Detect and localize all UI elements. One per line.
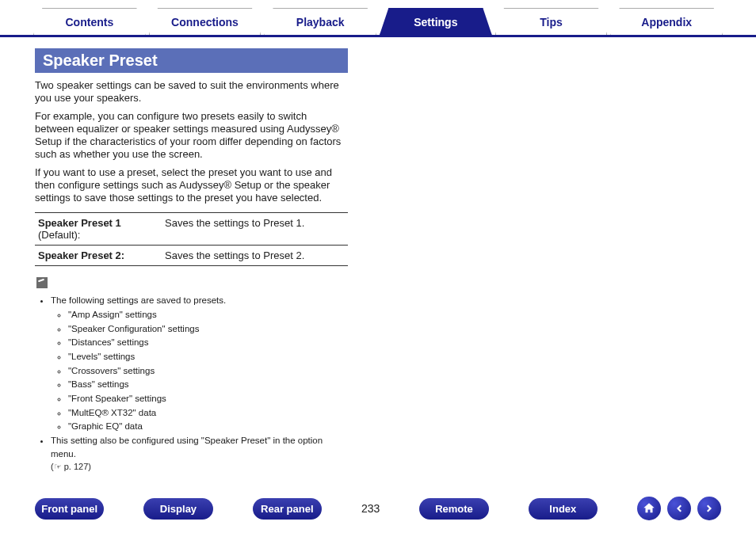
page-number: 233	[361, 502, 380, 515]
preset-table: Speaker Preset 1 (Default): Saves the se…	[35, 212, 348, 266]
body-paragraph: If you want to use a preset, select the …	[35, 166, 348, 205]
list-item: This setting also be configured using "S…	[51, 434, 348, 474]
list-item: "Crossovers" settings	[68, 364, 348, 378]
notes-list: The following settings are saved to pres…	[35, 294, 348, 474]
tab-connections[interactable]: Connections	[149, 8, 262, 35]
remote-button[interactable]: Remote	[419, 498, 488, 520]
list-item: "Distances" settings	[68, 336, 348, 349]
tab-tips[interactable]: Tips	[495, 8, 608, 35]
preset-desc: Saves the settings to Preset 2.	[162, 246, 348, 266]
table-row: Speaker Preset 1 (Default): Saves the se…	[35, 213, 348, 246]
list-item: "Levels" settings	[68, 350, 348, 364]
list-item: The following settings are saved to pres…	[51, 294, 348, 433]
preset-name: Speaker Preset 1	[38, 217, 121, 229]
list-item: "Front Speaker" settings	[68, 392, 348, 405]
body-paragraph: For example, you can configure two prese…	[35, 110, 348, 162]
note-also: This setting also be configured using "S…	[51, 436, 323, 459]
list-item: "Speaker Configuration" settings	[68, 322, 348, 336]
body-paragraph: Two speaker settings can be saved to sui…	[35, 79, 348, 105]
table-row: Speaker Preset 2: Saves the settings to …	[35, 246, 348, 266]
page-content: Speaker Preset Two speaker settings can …	[0, 37, 756, 474]
preset-name: Speaker Preset 2:	[38, 249, 124, 261]
front-panel-button[interactable]: Front panel	[35, 498, 104, 520]
rear-panel-button[interactable]: Rear panel	[253, 498, 322, 520]
preset-suffix: (Default):	[38, 229, 80, 241]
list-item: "MultEQ® XT32" data	[68, 406, 348, 420]
tab-settings[interactable]: Settings	[380, 8, 492, 35]
prev-page-icon[interactable]	[667, 497, 691, 520]
bottom-nav: Front panel Display Rear panel 233 Remot…	[0, 497, 756, 520]
tab-playback[interactable]: Playback	[264, 8, 376, 35]
preset-desc: Saves the settings to Preset 1.	[162, 213, 348, 246]
list-item: "Amp Assign" settings	[68, 308, 348, 322]
page-ref: (☞ p. 127)	[51, 461, 91, 474]
list-item: "Bass" settings	[68, 378, 348, 391]
tab-appendix[interactable]: Appendix	[610, 8, 723, 35]
tab-contents[interactable]: Contents	[33, 8, 146, 35]
pencil-icon	[36, 277, 48, 288]
section-heading: Speaker Preset	[35, 48, 348, 73]
next-page-icon[interactable]	[697, 497, 721, 520]
display-button[interactable]: Display	[143, 498, 212, 520]
top-nav-tabs: Contents Connections Playback Settings T…	[0, 0, 756, 37]
index-button[interactable]: Index	[529, 498, 598, 520]
notes-intro: The following settings are saved to pres…	[51, 295, 226, 305]
list-item: "Graphic EQ" data	[68, 420, 348, 433]
home-icon[interactable]	[637, 497, 661, 520]
